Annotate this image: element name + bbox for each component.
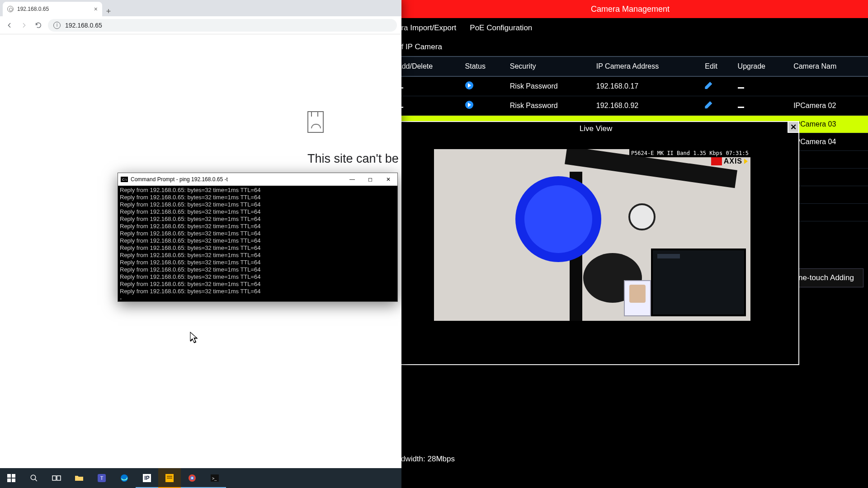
- nvr-app: Camera Management era Import/Export PoE …: [392, 0, 868, 468]
- cmd-title: Command Prompt - ping 192.168.0.65 -t: [131, 176, 228, 183]
- play-icon[interactable]: [465, 81, 473, 89]
- cell-name: [789, 186, 868, 204]
- live-view-popup: Live View ✕ P5624-E MK II Band 1.35 Kbps…: [392, 121, 799, 365]
- new-tab-button[interactable]: +: [102, 7, 115, 16]
- taskbar-start[interactable]: [0, 468, 23, 488]
- cell-name: [789, 151, 868, 169]
- col-name[interactable]: Camera Nam: [789, 56, 868, 76]
- cmd-line: Reply from 192.168.0.65: bytes=32 time=1…: [120, 187, 396, 194]
- col-add-delete[interactable]: Add/Delete: [392, 56, 461, 76]
- cmd-line: Reply from 192.168.0.65: bytes=32 time=1…: [120, 281, 396, 288]
- col-status[interactable]: Status: [461, 56, 505, 76]
- scene-ptz-camera: [628, 203, 656, 230]
- cmd-line: Reply from 192.168.0.65: bytes=32 time=1…: [120, 230, 396, 237]
- cell-name: IPCamera 03: [789, 116, 868, 133]
- taskbar-cmd[interactable]: >_: [203, 468, 226, 488]
- tab-import-export[interactable]: era Import/Export: [397, 23, 456, 33]
- svg-text:T: T: [100, 475, 104, 481]
- taskbar: TIP>_: [0, 468, 401, 488]
- cmd-line: Reply from 192.168.0.65: bytes=32 time=1…: [120, 237, 396, 244]
- maximize-button[interactable]: ◻: [361, 173, 379, 186]
- error-heading: This site can't be: [307, 152, 399, 166]
- scene-monitor: [651, 249, 746, 316]
- tab-poe[interactable]: PoE Configuration: [470, 23, 532, 33]
- browser-tabstrip: 192.168.0.65 × +: [0, 0, 401, 16]
- scene-id-photo: [629, 285, 646, 303]
- cmd-titlebar[interactable]: C:\ Command Prompt - ping 192.168.0.65 -…: [118, 173, 397, 186]
- cmd-line: Reply from 192.168.0.65: bytes=32 time=1…: [120, 216, 396, 223]
- cmd-line: Reply from 192.168.0.65: bytes=32 time=1…: [120, 259, 396, 266]
- forward-button[interactable]: [19, 20, 29, 30]
- live-view-title: Live View ✕: [393, 122, 798, 136]
- tab-title: 192.168.0.65: [17, 6, 49, 12]
- cell-name: [789, 76, 868, 96]
- scene-shape: [524, 185, 592, 253]
- sad-page-icon: [307, 111, 324, 133]
- cmd-line: Reply from 192.168.0.65: bytes=32 time=1…: [120, 288, 396, 295]
- cmd-line: Reply from 192.168.0.65: bytes=32 time=1…: [120, 223, 396, 230]
- svg-rect-1: [52, 476, 56, 480]
- address-bar[interactable]: i 192.168.0.65: [48, 19, 397, 32]
- svg-text:>_: >_: [212, 476, 217, 481]
- cell-security: Risk Password: [505, 96, 592, 116]
- back-button[interactable]: [5, 20, 14, 30]
- cmd-line: Reply from 192.168.0.65: bytes=32 time=1…: [120, 252, 396, 259]
- minimize-button[interactable]: —: [343, 173, 361, 186]
- url-text: 192.168.0.65: [65, 22, 102, 29]
- taskbar-edge[interactable]: [113, 468, 136, 488]
- reload-button[interactable]: [33, 20, 43, 30]
- svg-rect-2: [57, 476, 61, 480]
- axis-logo-mark: [711, 157, 722, 165]
- nvr-tabstrip: era Import/Export PoE Configuration: [392, 18, 868, 38]
- col-upgrade[interactable]: Upgrade: [733, 56, 789, 76]
- upgrade-minus-icon: [738, 107, 744, 108]
- table-row[interactable]: Risk Password192.168.0.17: [392, 76, 868, 96]
- play-icon[interactable]: [465, 101, 473, 109]
- taskbar-notes[interactable]: [158, 468, 181, 488]
- nvr-subtitle: of IP Camera: [392, 38, 868, 56]
- cmd-line: Reply from 192.168.0.65: bytes=32 time=1…: [120, 194, 396, 201]
- site-info-icon[interactable]: i: [53, 22, 61, 29]
- live-view-title-text: Live View: [580, 124, 612, 133]
- table-row[interactable]: Risk Password192.168.0.92IPCamera 02: [392, 96, 868, 116]
- camera-osd: P5624-E MK II Band 1.35 Kbps 07:31:5: [629, 149, 750, 157]
- edit-icon[interactable]: [705, 101, 712, 108]
- edit-icon[interactable]: [705, 82, 712, 89]
- close-icon[interactable]: ✕: [788, 121, 799, 133]
- taskbar-taskview[interactable]: [45, 468, 68, 488]
- cell-name: [789, 169, 868, 186]
- taskbar-search[interactable]: [23, 468, 45, 488]
- cmd-output[interactable]: Reply from 192.168.0.65: bytes=32 time=1…: [118, 186, 397, 303]
- taskbar-file-explorer[interactable]: [68, 468, 90, 488]
- cmd-caret: -: [120, 295, 396, 302]
- taskbar-ip-tool[interactable]: IP: [136, 468, 158, 488]
- mouse-cursor: [190, 332, 198, 343]
- col-address[interactable]: IP Camera Address: [592, 56, 701, 76]
- cmd-line: Reply from 192.168.0.65: bytes=32 time=1…: [120, 266, 396, 273]
- cell-name: IPCamera 02: [789, 96, 868, 116]
- col-security[interactable]: Security: [505, 56, 592, 76]
- browser-toolbar: i 192.168.0.65: [0, 16, 401, 34]
- cmd-line: Reply from 192.168.0.65: bytes=32 time=1…: [120, 208, 396, 216]
- cmd-line: Reply from 192.168.0.65: bytes=32 time=1…: [120, 244, 396, 252]
- taskbar-chrome[interactable]: [181, 468, 203, 488]
- cmd-icon: C:\: [121, 177, 128, 182]
- cell-address: 192.168.0.92: [592, 96, 701, 116]
- cell-security: Risk Password: [505, 76, 592, 96]
- close-icon[interactable]: ×: [94, 5, 98, 13]
- svg-rect-8: [167, 478, 172, 479]
- command-prompt-window[interactable]: C:\ Command Prompt - ping 192.168.0.65 -…: [118, 173, 398, 302]
- taskbar-teams[interactable]: T: [90, 468, 113, 488]
- cell-name: IPCamera 04: [789, 133, 868, 151]
- globe-icon: [7, 6, 14, 12]
- cell-address: 192.168.0.17: [592, 76, 701, 96]
- browser-tab[interactable]: 192.168.0.65 ×: [3, 2, 102, 16]
- nvr-title: Camera Management: [392, 0, 868, 18]
- col-edit[interactable]: Edit: [700, 56, 733, 76]
- svg-point-0: [31, 475, 36, 480]
- close-button[interactable]: ✕: [379, 173, 397, 186]
- bandwidth-label: andwidth: 28Mbps: [392, 455, 455, 464]
- cell-name: [789, 204, 868, 221]
- upgrade-minus-icon: [738, 87, 744, 89]
- live-view-feed[interactable]: P5624-E MK II Band 1.35 Kbps 07:31:5 AXI…: [434, 149, 750, 321]
